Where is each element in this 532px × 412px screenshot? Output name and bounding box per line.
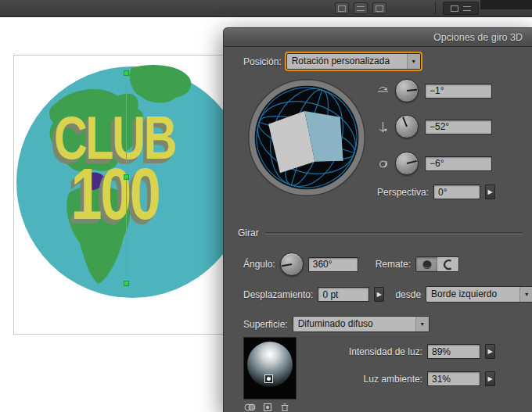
angle-row: Ángulo: Remate: [243,253,459,276]
dialog-3d-revolve-options: Opciones de giro 3D Posición: Rotación p… [223,27,532,412]
rotate-y-input[interactable] [425,120,492,134]
chevron-down-icon: ▼ [407,54,420,69]
rotate-x-input[interactable] [425,84,492,99]
rows-view-icon[interactable] [372,2,386,14]
light-intensity-label: Intensidad de luz: [349,346,422,357]
cap-label: Remate: [376,259,411,270]
grid-view-icon[interactable] [335,2,349,14]
menu-icon [463,6,471,11]
rotate-z-icon [377,158,389,170]
cap-off-button[interactable] [437,257,458,271]
light-buttons [243,402,291,412]
surface-label: Superficie: [243,319,288,330]
perspective-input[interactable] [433,185,480,199]
angle-input[interactable] [308,257,358,272]
panel-dock-edge [480,0,532,9]
girar-group-header: Girar [238,227,523,238]
position-value: Rotación personalizada [287,54,407,69]
edge-dropdown[interactable]: Borde izquierdo ▼ [426,286,532,303]
surface-value: Difuminado difuso [293,317,415,331]
columns-glyph-icon [357,6,365,11]
edge-value: Borde izquierdo [426,287,519,302]
workspace-switcher[interactable] [443,2,479,15]
rotate-z-row [377,152,492,175]
position-label: Posición: [243,56,282,67]
grid-glyph-icon [338,5,346,12]
offset-input[interactable] [318,287,369,302]
surface-row: Superficie: Difuminado difuso ▼ [243,316,430,332]
offset-row: Desplazamiento: ▶ desde Borde izquierdo … [243,286,532,303]
angle-dial[interactable] [280,253,304,276]
application-window: CLUB 100 Opciones de giro 3D Posición: R… [0,0,532,412]
position-dropdown[interactable]: Rotación personalizada ▼ [286,53,421,70]
rotate-z-input[interactable] [425,156,492,171]
top-toolbar [0,0,532,17]
chevron-down-icon: ▼ [415,317,429,331]
ambient-light-row: Luz ambiente: ▶ [318,371,495,386]
workspace-icon [451,5,458,12]
light-position-handle[interactable] [264,374,273,383]
rotate-z-dial[interactable] [395,152,419,175]
rotate-y-icon [377,121,389,133]
rotate-y-dial[interactable] [395,115,419,138]
delete-light-button[interactable] [278,402,291,412]
position-row: Posición: Rotación personalizada ▼ [243,53,421,70]
selection-handle-bottom[interactable] [124,281,129,286]
move-light-back-button[interactable] [243,402,257,412]
ambient-light-stepper-icon[interactable]: ▶ [485,371,495,386]
light-preview[interactable] [243,337,297,399]
perspective-label: Perspectiva: [377,187,429,198]
dialog-titlebar[interactable]: Opciones de giro 3D [224,28,532,47]
cap-on-button[interactable] [416,257,437,271]
dialog-title: Opciones de giro 3D [433,32,532,43]
group-divider [265,232,523,235]
angle-label: Ángulo: [243,259,275,270]
from-label: desde [395,289,421,300]
cap-off-icon [442,259,455,270]
new-light-icon [263,403,272,412]
light-intensity-stepper-icon[interactable]: ▶ [485,344,495,359]
column-view-icon[interactable] [354,2,368,14]
toolbar-divider [435,2,436,15]
selection-handle-middle[interactable] [124,174,129,180]
new-light-button[interactable] [261,402,274,412]
girar-group-title: Girar [238,227,259,238]
club-100-logo[interactable]: CLUB 100 [14,110,216,227]
light-intensity-input[interactable] [427,344,480,359]
offset-label: Desplazamiento: [243,289,313,300]
rotate-x-icon [377,85,389,97]
rotate-y-row [377,115,492,138]
rows-glyph-icon [376,5,383,12]
move-light-back-icon [244,403,256,412]
rotate-x-row [377,79,492,102]
light-intensity-row: Intensidad de luz: ▶ [318,344,495,359]
perspective-row: Perspectiva: ▶ [377,185,495,199]
ambient-light-input[interactable] [427,371,480,386]
ambient-light-label: Luz ambiente: [364,374,422,385]
rotate-x-dial[interactable] [395,79,419,102]
cap-toggle-group [415,256,459,272]
chevron-down-icon: ▼ [519,287,532,302]
logo-line2: 100 [34,161,196,227]
offset-stepper-icon[interactable]: ▶ [374,287,384,302]
cap-on-icon [421,259,433,270]
artboard[interactable]: CLUB 100 [13,55,225,335]
rotation-trackball[interactable] [247,78,366,197]
selection-handle-top[interactable] [124,70,129,76]
perspective-stepper-icon[interactable]: ▶ [485,185,495,199]
surface-dropdown[interactable]: Difuminado difuso ▼ [293,316,430,332]
delete-light-icon [280,403,289,412]
